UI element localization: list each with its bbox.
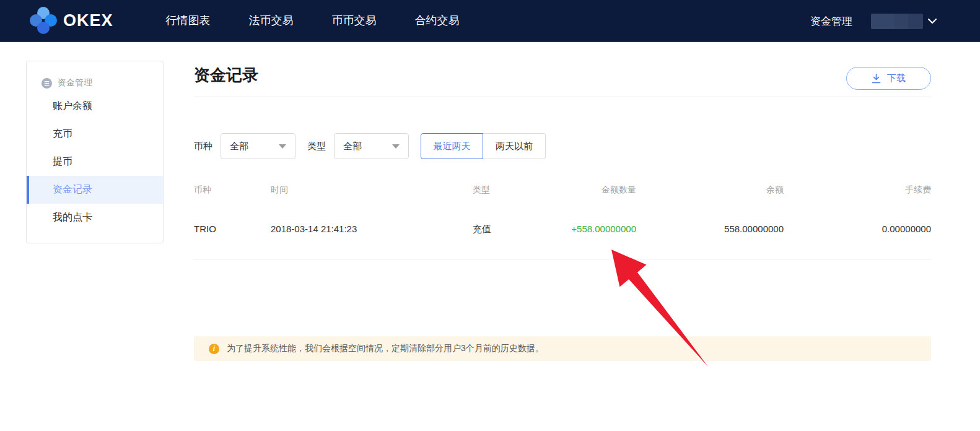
sidebar-item-account-balance[interactable]: 账户余额 (27, 92, 163, 120)
sidebar-item-label: 资金记录 (53, 183, 92, 196)
currency-filter-label: 币种 (194, 141, 212, 152)
download-button[interactable]: 下载 (846, 67, 931, 90)
date-range-toggle: 最近两天 两天以前 (421, 133, 546, 159)
download-label: 下载 (887, 72, 906, 84)
table-row: TRIO 2018-03-14 21:41:23 充值 +558.0000000… (194, 224, 931, 235)
main-content: 资金记录 下载 币种 全部 类型 全部 最近两天 两天以前 币种 时间 类型 金… (194, 61, 931, 407)
sidebar-item-label: 我的点卡 (53, 211, 92, 224)
caret-down-icon (279, 144, 286, 149)
sidebar-item-deposit[interactable]: 充币 (27, 120, 163, 148)
okex-logo[interactable]: OKEX (30, 7, 113, 34)
sidebar-item-label: 账户余额 (53, 100, 92, 113)
chevron-down-icon (928, 19, 937, 24)
sidebar-item-label: 充币 (53, 128, 72, 141)
notice-text: 为了提升系统性能，我们会根据空间情况，定期清除部分用户3个月前的历史数据。 (227, 343, 544, 354)
sidebar-item-funds-record[interactable]: 资金记录 (27, 176, 163, 204)
page-title: 资金记录 (194, 64, 258, 86)
download-icon (872, 74, 881, 84)
cell-fee: 0.00000000 (784, 224, 931, 235)
cell-time: 2018-03-14 21:41:23 (271, 224, 473, 235)
caret-down-icon (392, 144, 400, 149)
tab-last-two-days[interactable]: 最近两天 (421, 133, 483, 159)
col-header-type: 类型 (473, 185, 541, 196)
top-nav-menu: 行情图表 法币交易 币币交易 合约交易 (166, 13, 460, 28)
col-header-currency: 币种 (194, 185, 271, 196)
sidebar-item-label: 提币 (53, 155, 72, 168)
sidebar-item-my-point-card[interactable]: 我的点卡 (27, 204, 163, 232)
col-header-fee: 手续费 (784, 185, 931, 196)
info-icon: i (209, 344, 219, 354)
okex-logo-icon (30, 7, 57, 34)
type-filter-label: 类型 (307, 141, 326, 152)
sidebar: 资金管理 账户余额 充币 提币 资金记录 我的点卡 (26, 61, 164, 243)
top-navigation-bar: OKEX 行情图表 法币交易 币币交易 合约交易 资金管理 (0, 0, 980, 42)
logo-text: OKEX (63, 11, 113, 30)
currency-select[interactable]: 全部 (221, 133, 295, 159)
sidebar-item-withdraw[interactable]: 提币 (27, 148, 163, 176)
notice-banner: i 为了提升系统性能，我们会根据空间情况，定期清除部分用户3个月前的历史数据。 (194, 336, 931, 361)
type-select[interactable]: 全部 (334, 133, 409, 159)
type-select-value: 全部 (343, 141, 392, 152)
cell-currency: TRIO (194, 224, 271, 235)
nav-item-market-charts[interactable]: 行情图表 (166, 13, 211, 28)
cell-balance: 558.00000000 (636, 224, 784, 235)
user-name-redacted (871, 14, 923, 29)
tab-before-two-days[interactable]: 两天以前 (483, 133, 546, 159)
cell-type: 充值 (473, 224, 541, 235)
title-divider (194, 97, 931, 97)
filter-row: 币种 全部 类型 全部 最近两天 两天以前 (194, 133, 546, 159)
nav-item-fiat-trading[interactable]: 法币交易 (249, 13, 294, 28)
table-header-row: 币种 时间 类型 金额数量 余额 手续费 (194, 185, 931, 196)
col-header-time: 时间 (271, 185, 473, 196)
nav-item-spot-trading[interactable]: 币币交易 (332, 13, 377, 28)
funds-management-link[interactable]: 资金管理 (810, 14, 852, 28)
nav-item-futures-trading[interactable]: 合约交易 (415, 13, 460, 28)
row-divider (194, 259, 931, 259)
col-header-balance: 余额 (636, 185, 784, 196)
cell-amount: +558.00000000 (541, 224, 636, 235)
sidebar-header-funds-management[interactable]: 资金管理 (27, 74, 163, 92)
col-header-amount: 金额数量 (541, 185, 636, 196)
list-icon (42, 78, 52, 89)
user-account-dropdown[interactable] (871, 14, 937, 29)
sidebar-header-label: 资金管理 (58, 77, 92, 89)
currency-select-value: 全部 (230, 141, 279, 152)
